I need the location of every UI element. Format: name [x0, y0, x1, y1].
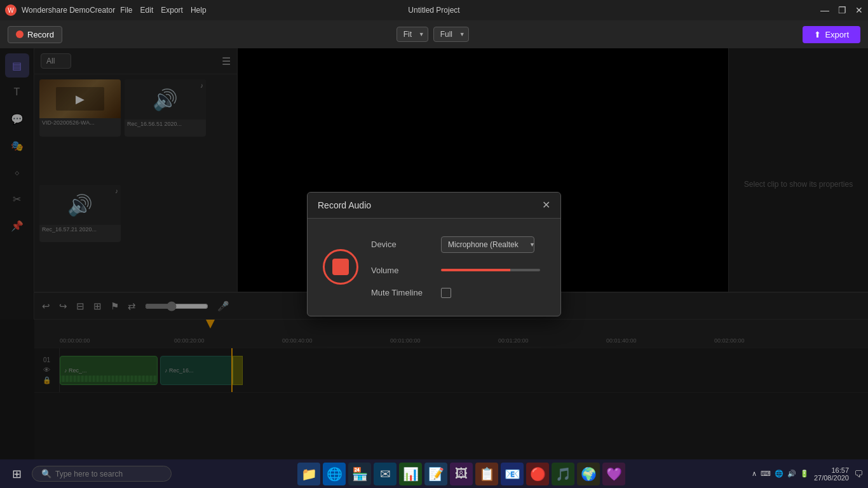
search-bar: 🔍	[32, 466, 172, 482]
window-close[interactable]: ✕	[855, 5, 863, 15]
mute-checkbox[interactable]	[441, 288, 451, 298]
window-maximize[interactable]: ❐	[838, 5, 846, 15]
title-bar-left: W Wondershare DemoCreator File Edit Expo…	[5, 4, 207, 16]
record-audio-modal: Record Audio ✕ Device Microphone (Realte…	[307, 192, 561, 316]
export-button[interactable]: ⬆ Export	[803, 26, 860, 43]
record-audio-btn-wrap	[323, 249, 358, 285]
modal-close-button[interactable]: ✕	[542, 200, 550, 210]
tray-keyboard: ⌨	[761, 470, 771, 478]
menu-export[interactable]: Export	[161, 6, 183, 15]
taskbar-center: 📁 🌐 🏪 ✉ 📊 📝 🖼 📋 📧 🔴 🎵 🌍 💜	[297, 463, 625, 485]
fit-select-wrap: Fit	[397, 27, 428, 42]
device-label: Device	[371, 240, 441, 249]
start-button[interactable]: ⊞	[5, 463, 28, 485]
menu-help[interactable]: Help	[191, 6, 207, 15]
record-square-icon	[332, 259, 349, 275]
record-audio-button[interactable]	[323, 249, 358, 285]
menu-file[interactable]: File	[120, 6, 132, 15]
app-name: Wondershare DemoCreator	[22, 6, 115, 15]
tray-volume: 🔊	[787, 470, 796, 478]
search-icon: 🔍	[41, 469, 51, 478]
notification-icon[interactable]: 🗨	[854, 469, 863, 479]
taskbar-app-outlook[interactable]: 📧	[501, 463, 524, 485]
taskbar-app-ppt[interactable]: 📋	[475, 463, 498, 485]
taskbar-right: ∧ ⌨ 🌐 🔊 🔋 16:57 27/08/2020 🗨	[752, 466, 863, 482]
record-label: Record	[27, 30, 54, 39]
mute-label: Mute Timeline	[371, 288, 441, 297]
sys-tray: ∧ ⌨ 🌐 🔊 🔋	[752, 470, 809, 478]
taskbar-app-files[interactable]: 📁	[297, 463, 320, 485]
clock-date: 27/08/2020	[814, 474, 849, 482]
quality-select[interactable]: Full	[433, 27, 469, 42]
taskbar-app-store[interactable]: 🏪	[348, 463, 371, 485]
export-icon: ⬆	[814, 30, 821, 39]
menu-items: File Edit Export Help	[120, 6, 206, 15]
device-select-wrap: Microphone (Realtek	[441, 236, 540, 253]
tray-battery: 🔋	[800, 470, 809, 478]
tray-network: 🌐	[775, 470, 783, 478]
modal-mute-row: Mute Timeline	[371, 288, 540, 298]
record-dot	[16, 30, 24, 38]
top-bar-center: Fit Full	[397, 27, 469, 42]
taskbar-app-spotify[interactable]: 🎵	[552, 463, 574, 485]
record-button[interactable]: Record	[8, 26, 62, 43]
taskbar-app-chrome[interactable]: 🌍	[577, 463, 600, 485]
modal-fields: Device Microphone (Realtek Volume Mute T…	[371, 236, 540, 298]
quality-select-wrap: Full	[433, 27, 469, 42]
taskbar-app-purple[interactable]: 💜	[602, 463, 625, 485]
export-label: Export	[825, 30, 849, 39]
volume-label: Volume	[371, 266, 441, 275]
app-logo: W	[5, 4, 17, 16]
project-title: Untitled Project	[408, 6, 459, 15]
taskbar-app-mail[interactable]: ✉	[374, 463, 397, 485]
taskbar: ⊞ 🔍 📁 🌐 🏪 ✉ 📊 📝 🖼 📋 📧 🔴 🎵 🌍 💜 ∧ ⌨ 🌐 🔊 🔋 …	[0, 459, 868, 488]
fit-select[interactable]: Fit	[397, 27, 428, 42]
taskbar-app-excel[interactable]: 📊	[399, 463, 422, 485]
search-input[interactable]	[55, 470, 157, 478]
top-bar: Record Fit Full ⬆ Export	[0, 20, 868, 48]
clock-time: 16:57	[814, 466, 849, 474]
taskbar-app-red[interactable]: 🔴	[526, 463, 549, 485]
title-bar: W Wondershare DemoCreator File Edit Expo…	[0, 0, 868, 20]
taskbar-app-edge[interactable]: 🌐	[323, 463, 346, 485]
taskbar-app-word[interactable]: 📝	[424, 463, 447, 485]
clock: 16:57 27/08/2020	[814, 466, 849, 482]
taskbar-left: ⊞ 🔍	[5, 463, 172, 485]
tray-chevron[interactable]: ∧	[752, 470, 757, 478]
window-controls: — ❐ ✕	[820, 5, 863, 15]
modal-body: Device Microphone (Realtek Volume Mute T…	[308, 219, 560, 316]
menu-edit[interactable]: Edit	[140, 6, 154, 15]
taskbar-app-photos[interactable]: 🖼	[450, 463, 473, 485]
window-minimize[interactable]: —	[820, 5, 829, 15]
modal-device-row: Device Microphone (Realtek	[371, 236, 540, 253]
volume-bar	[441, 269, 540, 271]
device-select[interactable]: Microphone (Realtek	[441, 236, 534, 253]
modal-volume-row: Volume	[371, 266, 540, 275]
modal-header: Record Audio ✕	[308, 193, 560, 219]
modal-overlay: Record Audio ✕ Device Microphone (Realte…	[0, 48, 868, 459]
modal-title: Record Audio	[318, 200, 371, 210]
